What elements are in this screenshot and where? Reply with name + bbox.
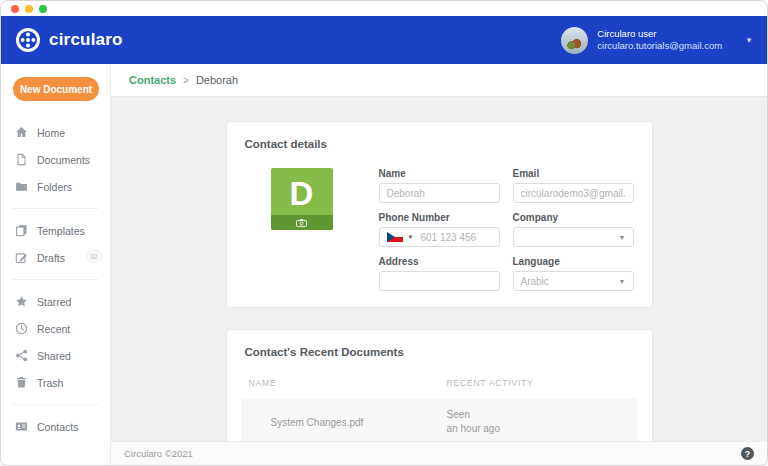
sidebar-item-label: Templates: [37, 225, 85, 237]
sidebar-item-label: Drafts: [37, 252, 65, 264]
language-label: Language: [513, 256, 634, 267]
breadcrumb-contacts-link[interactable]: Contacts: [129, 74, 176, 86]
name-field-group: Name: [379, 168, 500, 203]
brand-name: circularo: [49, 30, 123, 50]
contact-details-card: Contact details D Name: [226, 121, 653, 308]
camera-icon: [296, 219, 307, 227]
recent-documents-title: Contact's Recent Documents: [227, 330, 652, 358]
folder-icon: [15, 180, 28, 193]
phone-input[interactable]: ▼ 601 123 456: [379, 227, 500, 247]
user-menu[interactable]: Circularo user circularo.tutorials@gmail…: [561, 27, 753, 54]
sidebar-item-documents[interactable]: Documents: [1, 146, 110, 173]
email-field-group: Email: [513, 168, 634, 203]
czech-flag-icon[interactable]: [387, 232, 403, 242]
sidebar-item-label: Documents: [37, 154, 90, 166]
contact-details-title: Contact details: [227, 122, 652, 150]
sidebar-divider: [13, 279, 98, 280]
share-icon: [15, 349, 28, 362]
phone-field-group: Phone Number ▼ 601 123 456: [379, 212, 500, 247]
breadcrumb-separator: >: [183, 75, 189, 86]
column-header-recent-activity: RECENT ACTIVITY: [447, 378, 630, 388]
new-document-button[interactable]: New Document: [13, 77, 99, 101]
brand-logo[interactable]: circularo: [15, 27, 123, 53]
breadcrumb: Contacts > Deborah: [111, 64, 767, 97]
sidebar-item-trash[interactable]: Trash: [1, 369, 110, 396]
sidebar-item-label: Trash: [37, 377, 63, 389]
home-icon: [15, 126, 28, 139]
address-input[interactable]: [379, 271, 500, 291]
sidebar-item-label: Shared: [37, 350, 71, 362]
sidebar: New Document Home Documents: [1, 64, 111, 465]
document-icon: [15, 153, 28, 166]
chevron-down-icon: ▼: [619, 278, 626, 285]
clock-icon: [15, 322, 28, 335]
sidebar-divider: [13, 404, 98, 405]
chevron-down-icon: ▼: [619, 234, 626, 241]
sidebar-item-drafts[interactable]: Drafts 32: [1, 244, 110, 271]
trash-icon: [15, 376, 28, 389]
sidebar-item-shared[interactable]: Shared: [1, 342, 110, 369]
phone-label: Phone Number: [379, 212, 500, 223]
sidebar-item-templates[interactable]: Templates: [1, 217, 110, 244]
breadcrumb-current: Deborah: [196, 74, 238, 86]
contacts-icon: [15, 420, 28, 433]
table-row[interactable]: System Changes.pdf Seen an hour ago: [241, 398, 638, 441]
sidebar-item-recent[interactable]: Recent: [1, 315, 110, 342]
contact-form: Name Email Phone Number: [379, 168, 634, 291]
company-field-group: Company ▼: [513, 212, 634, 247]
name-label: Name: [379, 168, 500, 179]
close-window-button[interactable]: [11, 5, 19, 13]
email-input[interactable]: [513, 183, 634, 203]
recent-documents-table: NAME RECENT ACTIVITY System Changes.pdf …: [241, 370, 638, 441]
sidebar-item-label: Contacts: [37, 421, 78, 433]
contact-avatar: D: [271, 168, 333, 230]
language-value: Arabic: [521, 276, 549, 287]
help-icon[interactable]: ?: [741, 447, 754, 460]
column-header-name: NAME: [249, 378, 447, 388]
templates-icon: [15, 224, 28, 237]
user-email: circularo.tutorials@gmail.com: [597, 40, 722, 52]
circularo-logo-icon: [15, 27, 41, 53]
copyright-text: Circularo ©2021: [124, 448, 193, 459]
activity-time: an hour ago: [447, 423, 500, 434]
user-name: Circularo user: [597, 28, 722, 40]
chevron-down-icon: ▼: [745, 36, 753, 45]
window-titlebar: [1, 1, 767, 16]
minimize-window-button[interactable]: [25, 5, 33, 13]
address-field-group: Address: [379, 256, 500, 291]
company-label: Company: [513, 212, 634, 223]
main-content: Contact details D Name: [111, 97, 767, 441]
drafts-count-badge: 32: [86, 250, 102, 263]
star-icon: [15, 295, 28, 308]
footer: Circularo ©2021 ?: [111, 441, 767, 465]
sidebar-divider: [13, 208, 98, 209]
name-input[interactable]: [379, 183, 500, 203]
sidebar-item-folders[interactable]: Folders: [1, 173, 110, 200]
language-field-group: Language Arabic ▼: [513, 256, 634, 291]
sidebar-item-home[interactable]: Home: [1, 119, 110, 146]
recent-documents-card: Contact's Recent Documents NAME RECENT A…: [226, 329, 653, 441]
email-label: Email: [513, 168, 634, 179]
sidebar-item-starred[interactable]: Starred: [1, 288, 110, 315]
document-name[interactable]: System Changes.pdf: [249, 417, 447, 428]
app-header: circularo Circularo user circularo.tutor…: [1, 16, 767, 64]
user-avatar: [561, 27, 588, 54]
drafts-icon: [15, 251, 28, 264]
contact-avatar-letter: D: [271, 168, 333, 220]
phone-value: 601 123 456: [420, 232, 476, 243]
sidebar-nav: Home Documents Folders: [1, 119, 110, 440]
sidebar-item-contacts[interactable]: Contacts: [1, 413, 110, 440]
table-header-row: NAME RECENT ACTIVITY: [241, 370, 638, 398]
chevron-down-icon: ▼: [408, 234, 414, 240]
maximize-window-button[interactable]: [39, 5, 47, 13]
company-select[interactable]: ▼: [513, 227, 634, 247]
activity-status: Seen: [447, 409, 470, 420]
language-select[interactable]: Arabic ▼: [513, 271, 634, 291]
address-label: Address: [379, 256, 500, 267]
change-photo-button[interactable]: [271, 215, 333, 230]
app-window: circularo Circularo user circularo.tutor…: [0, 0, 768, 466]
document-activity: Seen an hour ago: [447, 408, 630, 436]
sidebar-item-label: Folders: [37, 181, 72, 193]
sidebar-item-label: Home: [37, 127, 65, 139]
sidebar-item-label: Starred: [37, 296, 71, 308]
